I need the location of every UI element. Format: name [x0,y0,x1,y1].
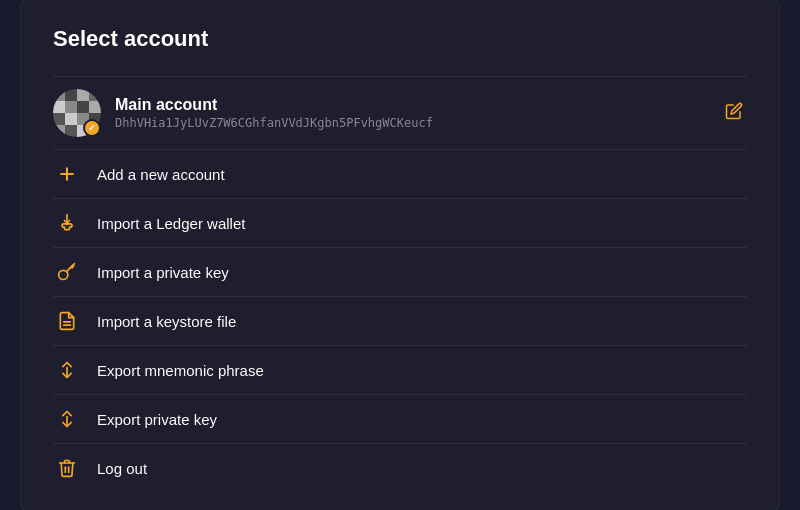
import-private-key-label: Import a private key [97,264,229,281]
svg-rect-10 [65,113,77,125]
export-private-key-label: Export private key [97,411,217,428]
menu-list: Add a new account Import a Ledger wallet [53,150,747,492]
trash-icon [53,458,81,478]
svg-rect-13 [53,125,65,137]
select-account-modal: Select account [20,0,780,510]
svg-rect-5 [53,101,65,113]
svg-rect-8 [89,101,101,113]
svg-rect-2 [65,89,77,101]
add-account-item[interactable]: Add a new account [53,150,747,199]
logout-item[interactable]: Log out [53,444,747,492]
export-key-icon [53,409,81,429]
export-mnemonic-label: Export mnemonic phrase [97,362,264,379]
avatar [53,89,101,137]
main-account-row[interactable]: Main account DhhVHia1JyLUvZ7W6CGhfanVVdJ… [53,77,747,149]
transfer-up-icon [53,360,81,380]
file-icon [53,311,81,331]
account-selected-badge [83,119,101,137]
svg-rect-6 [65,101,77,113]
account-address: DhhVHia1JyLUvZ7W6CGhfanVVdJKgbn5PFvhgWCK… [115,116,721,130]
svg-rect-3 [77,89,89,101]
account-info: Main account DhhVHia1JyLUvZ7W6CGhfanVVdJ… [115,96,721,130]
svg-rect-7 [77,101,89,113]
svg-rect-4 [89,89,101,101]
key-icon [53,262,81,282]
svg-rect-9 [53,113,65,125]
edit-account-button[interactable] [721,98,747,129]
add-account-label: Add a new account [97,166,225,183]
modal-title: Select account [53,26,747,52]
plus-icon [53,164,81,184]
import-keystore-item[interactable]: Import a keystore file [53,297,747,346]
account-name: Main account [115,96,721,114]
export-mnemonic-item[interactable]: Export mnemonic phrase [53,346,747,395]
import-keystore-label: Import a keystore file [97,313,236,330]
import-ledger-item[interactable]: Import a Ledger wallet [53,199,747,248]
svg-rect-1 [53,89,65,101]
import-private-key-item[interactable]: Import a private key [53,248,747,297]
export-private-key-item[interactable]: Export private key [53,395,747,444]
svg-rect-14 [65,125,77,137]
import-ledger-label: Import a Ledger wallet [97,215,245,232]
logout-label: Log out [97,460,147,477]
usb-icon [53,213,81,233]
